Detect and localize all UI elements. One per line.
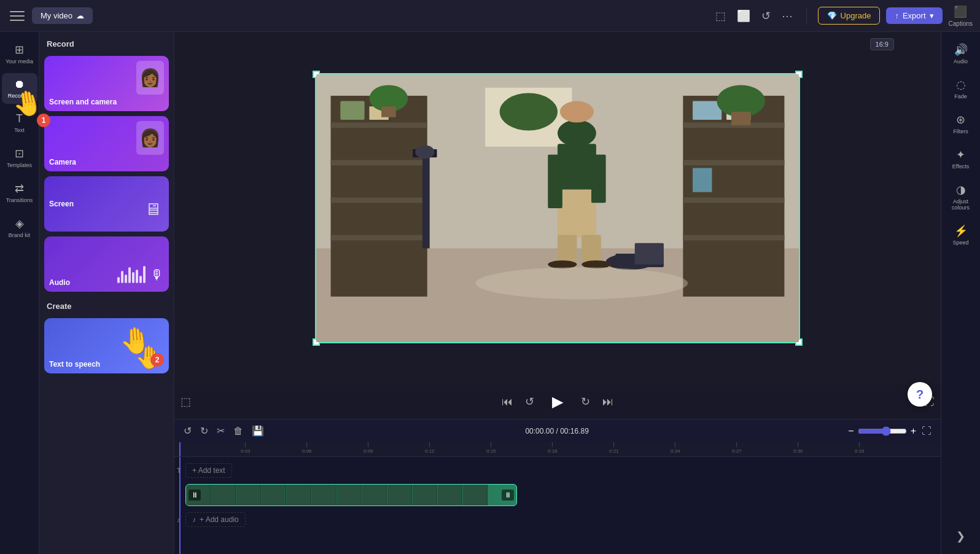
skip-forward-button[interactable]: ⏭: [602, 396, 613, 408]
card-avatar-camera: 👩🏾: [136, 121, 164, 155]
clip-thumbnails: [186, 485, 488, 505]
right-panel-audio[interactable]: 🔊 Audio: [943, 38, 979, 69]
sidebar-item-text[interactable]: T Text: [2, 107, 37, 138]
forward-5-button[interactable]: ↻: [581, 395, 590, 408]
ruler-mark-1: 0:03: [241, 442, 251, 454]
sidebar-item-transitions[interactable]: ⇄ Transitions: [2, 177, 37, 208]
text-track-content: + Add text: [181, 459, 941, 482]
speed-label: Speed: [952, 240, 968, 246]
help-button[interactable]: ?: [908, 382, 932, 407]
add-text-button[interactable]: + Add text: [185, 463, 232, 478]
fade-label: Fade: [954, 93, 967, 99]
video-frame[interactable]: [315, 73, 800, 343]
sidebar-item-label: Record &: [8, 93, 31, 99]
video-track-row: ⏸: [174, 484, 941, 506]
record-card-camera[interactable]: Camera 👩🏾: [44, 116, 169, 171]
thumb-4: [262, 485, 286, 505]
card-label: Screen: [49, 200, 74, 208]
timeline-fullscreen-button[interactable]: ⛶: [920, 424, 933, 439]
timeline-cut-button[interactable]: ✂: [215, 423, 227, 439]
video-canvas: 16:9: [174, 32, 941, 384]
video-clip[interactable]: ⏸: [185, 484, 517, 506]
brand-kit-icon: ◈: [15, 217, 24, 230]
transitions-icon: ⇄: [15, 182, 24, 195]
thumb-9: [387, 485, 412, 505]
aspect-ratio-badge: 16:9: [870, 38, 894, 50]
audio-icon: 🔊: [954, 43, 968, 57]
sidebar-item-label: Transitions: [6, 197, 33, 203]
skip-back-button[interactable]: ⏮: [502, 396, 513, 408]
record-card-screen[interactable]: Screen 🖥: [44, 176, 169, 232]
ruler-mark-9: 0:27: [732, 442, 742, 454]
rewind-5-button[interactable]: ↺: [525, 395, 534, 408]
ruler-mark-5: 0:15: [486, 442, 496, 454]
crop-button[interactable]: ⬚: [713, 7, 728, 25]
audio-label: Audio: [954, 58, 968, 64]
playback-controls: ⬚ ⏮ ↺ ▶ ↻ ⏭ ⛶: [174, 384, 941, 419]
record-card-audio[interactable]: Audio 🎙: [44, 236, 169, 292]
svg-rect-28: [558, 144, 596, 192]
record-card-tts[interactable]: Text to speech 🤚: [44, 318, 169, 373]
svg-rect-7: [340, 101, 364, 120]
sidebar-item-brand-kit[interactable]: ◈ Brand kit: [2, 212, 37, 243]
svg-rect-13: [683, 160, 784, 166]
add-text-label: + Add text: [192, 466, 225, 475]
timeline-zoom-area: − + ⛶: [848, 424, 933, 439]
filters-icon: ⊛: [956, 113, 965, 127]
clip-mute-button[interactable]: ⏸: [189, 490, 201, 501]
hamburger-menu-button[interactable]: [7, 6, 27, 26]
right-panel-fade[interactable]: ◌ Fade: [943, 73, 979, 104]
thumb-11: [438, 485, 462, 505]
timeline-redo-button[interactable]: ↻: [198, 423, 210, 439]
export-button[interactable]: ↑ Export ▾: [886, 7, 942, 24]
ruler-mark-4: 0:12: [425, 442, 435, 454]
timeline-undo-button[interactable]: ↺: [182, 423, 193, 439]
captions-button[interactable]: ⬛ Captions: [949, 5, 973, 27]
sidebar-item-templates[interactable]: ⊡ Templates: [2, 142, 37, 173]
record-icon: ⏺: [14, 78, 25, 91]
clip-end-button[interactable]: ⏸: [502, 490, 514, 501]
add-audio-button[interactable]: ♪ + Add audio: [185, 512, 246, 527]
upgrade-icon: 💎: [827, 11, 837, 20]
subtitle-button[interactable]: ⬚: [181, 395, 191, 408]
right-panel-expand-button[interactable]: ❯: [951, 525, 970, 548]
center-area: 16:9 ⬚ ⏮ ↺ ▶ ↻ ⏭ ⛶ ↺ ↻ ✂ 🗑 💾 00:00.00 / …: [174, 32, 941, 554]
right-panel-effects[interactable]: ✦ Effects: [943, 143, 979, 174]
right-panel: 🔊 Audio ◌ Fade ⊛ Filters ✦ Effects ◑ Adj…: [941, 32, 980, 554]
svg-rect-3: [331, 122, 427, 128]
card-label: Camera: [49, 158, 76, 166]
card-label: Text to speech: [49, 360, 100, 369]
topbar-left: My video ☁: [7, 6, 93, 26]
cloud-icon: ☁: [76, 11, 84, 20]
upgrade-button[interactable]: 💎 Upgrade: [818, 7, 881, 25]
svg-rect-30: [548, 155, 562, 208]
export-chevron-icon: ▾: [930, 11, 934, 20]
more-options-button[interactable]: ⋯: [779, 7, 795, 25]
captions-icon: ⬛: [954, 5, 967, 18]
text-track-row: T + Add text: [174, 459, 941, 482]
right-panel-adjust-colours[interactable]: ◑ Adjust colours: [943, 178, 979, 216]
svg-point-25: [415, 146, 434, 159]
text-icon: T: [16, 112, 23, 125]
sidebar-item-record[interactable]: ⏺ Record &: [2, 73, 37, 104]
my-video-tab[interactable]: My video ☁: [32, 7, 93, 24]
zoom-minus-icon: −: [848, 426, 854, 437]
thumb-7: [337, 485, 362, 505]
aspect-ratio-button[interactable]: ⬜: [734, 7, 753, 25]
right-panel-filters[interactable]: ⊛ Filters: [943, 108, 979, 139]
timeline-save-button[interactable]: 💾: [250, 423, 266, 439]
sidebar-item-your-media[interactable]: ⊞ Your media: [2, 38, 37, 69]
upgrade-label: Upgrade: [841, 11, 871, 20]
right-panel-speed[interactable]: ⚡ Speed: [943, 219, 979, 251]
left-panel: Record Screen and camera 👩🏾 Camera 👩🏾 Sc…: [39, 32, 174, 554]
timeline-toolbar: ↺ ↻ ✂ 🗑 💾 00:00.00 / 00:16.89 − + ⛶: [174, 419, 941, 442]
left-icon-bar: ⊞ Your media ⏺ Record & T Text ⊡ Templat…: [0, 32, 39, 554]
svg-rect-10: [381, 106, 396, 117]
adjust-icon: ◑: [956, 183, 966, 197]
audio-track-row: ♪ ♪ + Add audio: [174, 509, 941, 531]
zoom-slider[interactable]: [858, 426, 907, 436]
undo-preview-button[interactable]: ↺: [759, 7, 773, 25]
record-card-screen-camera[interactable]: Screen and camera 👩🏾: [44, 56, 169, 111]
play-pause-button[interactable]: ▶: [546, 391, 569, 413]
timeline-delete-button[interactable]: 🗑: [231, 424, 245, 439]
